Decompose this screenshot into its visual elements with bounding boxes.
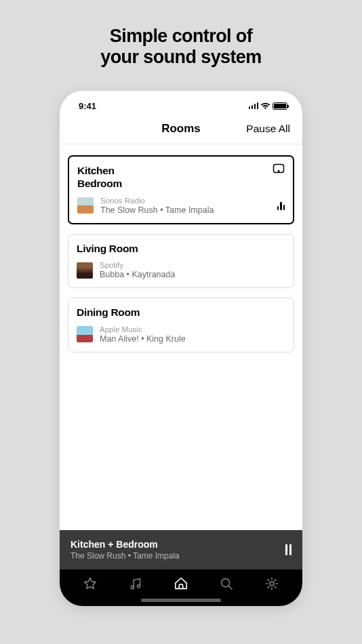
now-playing-row: Apple Music Man Alive! • King Krule (77, 325, 285, 344)
track-label: Bubba • Kaytranada (100, 270, 285, 279)
bottom-stack: Kitchen + Bedroom The Slow Rush • Tame I… (60, 530, 302, 606)
wifi-icon (260, 102, 270, 110)
album-art (77, 326, 93, 342)
marketing-line-1: Simple control of (14, 26, 348, 47)
rooms-list: Kitchen Bedroom Sonos Radio The Slow Rus… (60, 144, 302, 353)
mini-player[interactable]: Kitchen + Bedroom The Slow Rush • Tame I… (60, 530, 302, 569)
track-label: The Slow Rush • Tame Impala (100, 205, 266, 215)
tab-search[interactable] (219, 576, 234, 591)
status-bar: 9:41 (60, 95, 302, 117)
now-playing-meta: Sonos Radio The Slow Rush • Tame Impala (100, 197, 266, 215)
gear-icon (264, 576, 279, 591)
star-icon (83, 576, 98, 591)
source-label: Sonos Radio (100, 197, 266, 205)
status-time: 9:41 (79, 101, 96, 111)
pause-all-button[interactable]: Pause All (241, 123, 290, 135)
tab-settings[interactable] (264, 576, 279, 591)
battery-icon (273, 102, 287, 110)
now-playing-meta: Apple Music Man Alive! • King Krule (100, 325, 285, 344)
now-playing-meta: Spotify Bubba • Kaytranada (100, 261, 285, 279)
track-label: Man Alive! • King Krule (100, 334, 285, 344)
home-indicator (141, 599, 221, 602)
music-note-icon (128, 576, 143, 591)
mini-player-text: Kitchen + Bedroom The Slow Rush • Tame I… (71, 539, 180, 561)
now-playing-row: Sonos Radio The Slow Rush • Tame Impala (77, 197, 285, 215)
source-label: Apple Music (100, 325, 285, 334)
now-playing-row: Spotify Bubba • Kaytranada (77, 261, 285, 279)
room-card-dining-room[interactable]: Dining Room Apple Music Man Alive! • Kin… (68, 298, 294, 352)
phone-frame: 9:41 Rooms Pause All Kitchen Bedroom (60, 91, 302, 606)
svg-point-3 (138, 585, 140, 588)
cellular-icon (249, 102, 259, 109)
search-icon (219, 576, 234, 591)
album-art (77, 197, 94, 214)
room-title: Living Room (77, 242, 285, 255)
tab-music[interactable] (128, 576, 143, 591)
mini-player-title: Kitchen + Bedroom (71, 539, 180, 550)
group-rooms-icon[interactable] (273, 163, 285, 174)
svg-point-2 (131, 586, 134, 588)
home-icon (174, 576, 188, 591)
room-title: Dining Room (77, 306, 285, 319)
pause-button[interactable] (285, 544, 291, 555)
room-card-kitchen-bedroom[interactable]: Kitchen Bedroom Sonos Radio The Slow Rus… (68, 155, 294, 224)
svg-point-1 (278, 170, 280, 172)
tab-home[interactable] (174, 576, 188, 591)
mini-player-subtitle: The Slow Rush • Tame Impala (71, 551, 180, 561)
room-card-living-room[interactable]: Living Room Spotify Bubba • Kaytranada (68, 234, 294, 288)
source-label: Spotify (100, 261, 285, 269)
nav-bar: Rooms Pause All (60, 117, 302, 144)
marketing-line-2: your sound system (14, 47, 348, 68)
tab-favorites[interactable] (83, 576, 98, 591)
marketing-heading: Simple control of your sound system (0, 0, 362, 84)
svg-point-5 (270, 582, 274, 586)
status-right (249, 102, 288, 110)
room-title: Kitchen Bedroom (77, 164, 285, 190)
album-art (77, 262, 93, 279)
page-title: Rooms (161, 122, 201, 136)
playing-indicator-icon (277, 201, 285, 210)
